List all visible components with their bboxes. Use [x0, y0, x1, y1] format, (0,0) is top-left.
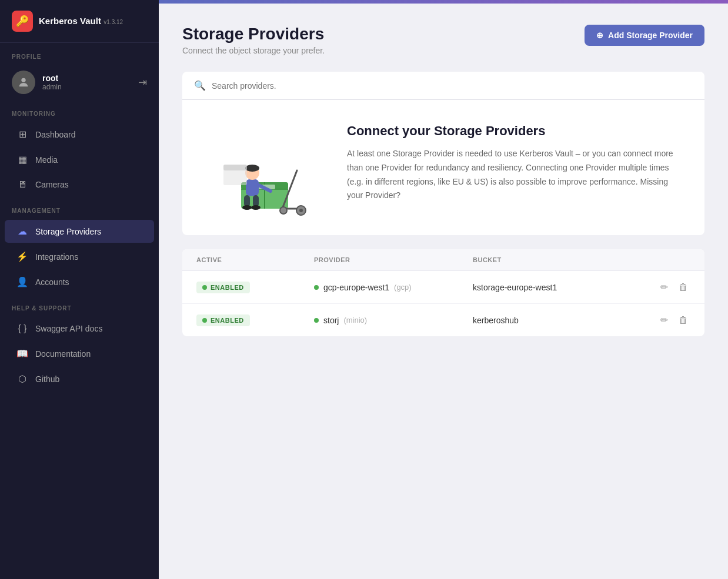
col-active: ACTIVE	[196, 256, 314, 263]
svg-rect-11	[246, 179, 259, 196]
sidebar-item-github-label: Github	[35, 374, 59, 384]
page-title: Storage Providers	[182, 25, 325, 43]
row2-actions: ✏ 🗑	[632, 312, 690, 328]
dashboard-icon: ⊞	[16, 129, 28, 140]
add-button-label: Add Storage Provider	[608, 31, 693, 40]
profile-section-label: PROFILE	[0, 43, 159, 65]
sidebar-item-accounts-label: Accounts	[35, 277, 69, 287]
provider-dot	[314, 318, 319, 323]
add-icon: ⊕	[596, 31, 603, 40]
col-provider: PROVIDER	[314, 256, 473, 263]
status-dot	[202, 318, 207, 323]
edit-button[interactable]: ✏	[658, 312, 670, 328]
search-and-info-card: 🔍	[182, 72, 704, 235]
status-label: ENABLED	[211, 284, 244, 291]
info-title: Connect your Storage Providers	[347, 123, 681, 139]
page-subtitle: Connect the object storage your prefer.	[182, 46, 325, 55]
sidebar-item-docs-label: Documentation	[35, 349, 91, 359]
docs-icon: 📖	[16, 348, 28, 359]
profile-name: root	[42, 73, 131, 83]
app-logo: 🔑 Kerberos Vault v1.3.12	[0, 0, 159, 43]
integrations-icon: ⚡	[16, 251, 28, 262]
provider-type: (minio)	[343, 316, 367, 324]
svg-point-0	[21, 78, 25, 82]
media-icon: ▦	[16, 154, 28, 165]
management-section-label: MANAGEMENT	[0, 197, 159, 219]
github-icon: ⬡	[16, 373, 28, 384]
search-input[interactable]	[212, 81, 353, 91]
svg-rect-20	[223, 165, 247, 170]
sidebar: 🔑 Kerberos Vault v1.3.12 PROFILE root ad…	[0, 0, 159, 579]
table-row: ENABLED gcp-europe-west1 (gcp) kstorage-…	[182, 271, 704, 304]
status-dot	[202, 285, 207, 290]
sidebar-item-integrations[interactable]: ⚡ Integrations	[5, 245, 154, 268]
info-section: Connect your Storage Providers At least …	[182, 100, 704, 235]
swagger-icon: { }	[16, 323, 28, 334]
storage-icon: ☁	[16, 226, 28, 237]
sidebar-item-github[interactable]: ⬡ Github	[5, 367, 154, 390]
svg-point-16	[242, 205, 252, 210]
illustration	[206, 123, 323, 217]
table-row: ENABLED storj (minio) kerberoshub ✏ 🗑	[182, 304, 704, 336]
sidebar-item-swagger[interactable]: { } Swagger API docs	[5, 317, 154, 340]
logout-icon[interactable]: ⇥	[138, 76, 147, 89]
sidebar-item-storage-providers[interactable]: ☁ Storage Providers	[5, 220, 154, 243]
sidebar-item-swagger-label: Swagger API docs	[35, 324, 102, 333]
delete-button[interactable]: 🗑	[676, 312, 690, 328]
avatar	[12, 71, 35, 94]
sidebar-item-media-label: Media	[35, 155, 58, 165]
logo-icon: 🔑	[12, 11, 33, 32]
accounts-icon: 👤	[16, 276, 28, 287]
page-header: Storage Providers Connect the object sto…	[182, 25, 704, 55]
svg-point-17	[251, 205, 261, 210]
row2-provider: storj (minio)	[314, 316, 473, 325]
status-label: ENABLED	[211, 317, 244, 324]
row2-status: ENABLED	[196, 314, 314, 326]
provider-type: (gcp)	[394, 283, 412, 292]
sidebar-item-cameras-label: Cameras	[35, 180, 69, 189]
main-content: Storage Providers Connect the object sto…	[159, 0, 728, 579]
svg-point-9	[299, 209, 303, 212]
app-name: Kerberos Vault	[39, 16, 101, 26]
status-badge: ENABLED	[196, 282, 250, 293]
edit-button[interactable]: ✏	[658, 279, 670, 295]
profile-info: root admin	[42, 73, 131, 91]
sidebar-item-documentation[interactable]: 📖 Documentation	[5, 342, 154, 365]
search-icon: 🔍	[194, 80, 206, 91]
sidebar-item-integrations-label: Integrations	[35, 252, 78, 262]
svg-point-10	[280, 207, 287, 214]
row1-provider: gcp-europe-west1 (gcp)	[314, 283, 473, 292]
row1-status: ENABLED	[196, 282, 314, 293]
sidebar-item-accounts[interactable]: 👤 Accounts	[5, 270, 154, 293]
providers-table: ACTIVE PROVIDER BUCKET ENABLED gcp-europ…	[182, 249, 704, 336]
row1-bucket: kstorage-europe-west1	[473, 283, 632, 292]
add-storage-provider-button[interactable]: ⊕ Add Storage Provider	[585, 25, 704, 46]
col-actions	[632, 256, 690, 263]
status-badge: ENABLED	[196, 314, 250, 326]
sidebar-item-dashboard[interactable]: ⊞ Dashboard	[5, 123, 154, 146]
cameras-icon: 🖥	[16, 179, 28, 190]
search-bar: 🔍	[182, 72, 704, 100]
monitoring-section-label: MONITORING	[0, 100, 159, 122]
provider-name: storj	[323, 316, 339, 325]
sidebar-item-storage-label: Storage Providers	[35, 227, 101, 236]
page-title-block: Storage Providers Connect the object sto…	[182, 25, 325, 55]
profile-block: root admin ⇥	[0, 65, 159, 100]
provider-dot	[314, 285, 319, 290]
sidebar-item-cameras[interactable]: 🖥 Cameras	[5, 173, 154, 196]
info-text-block: Connect your Storage Providers At least …	[347, 123, 681, 203]
row1-actions: ✏ 🗑	[632, 279, 690, 295]
row2-bucket: kerberoshub	[473, 316, 632, 325]
table-header: ACTIVE PROVIDER BUCKET	[182, 249, 704, 271]
info-desc: At least one Storage Provider is needed …	[347, 147, 681, 203]
col-bucket: BUCKET	[473, 256, 632, 263]
provider-name: gcp-europe-west1	[323, 283, 389, 292]
info-content: Connect your Storage Providers At least …	[206, 123, 681, 217]
content-area: Storage Providers Connect the object sto…	[159, 4, 728, 357]
delete-button[interactable]: 🗑	[676, 279, 690, 295]
app-version: v1.3.12	[103, 19, 123, 25]
svg-point-13	[245, 165, 259, 172]
profile-role: admin	[42, 83, 131, 91]
help-section-label: HELP & SUPPORT	[0, 294, 159, 316]
sidebar-item-media[interactable]: ▦ Media	[5, 148, 154, 171]
